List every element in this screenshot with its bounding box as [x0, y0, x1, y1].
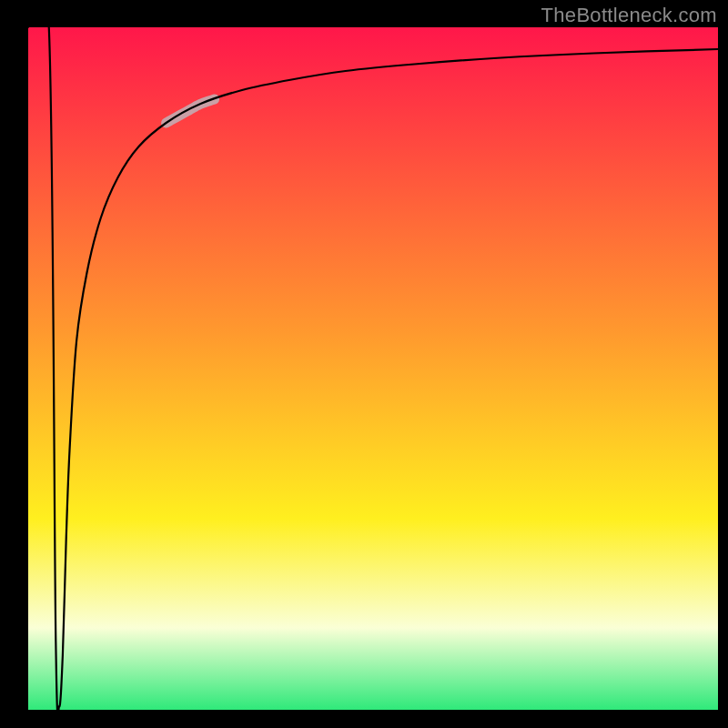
- chart-svg: [0, 0, 728, 728]
- chart-stage: TheBottleneck.com: [0, 0, 728, 728]
- watermark-text: TheBottleneck.com: [541, 4, 717, 27]
- plot-background: [28, 27, 718, 710]
